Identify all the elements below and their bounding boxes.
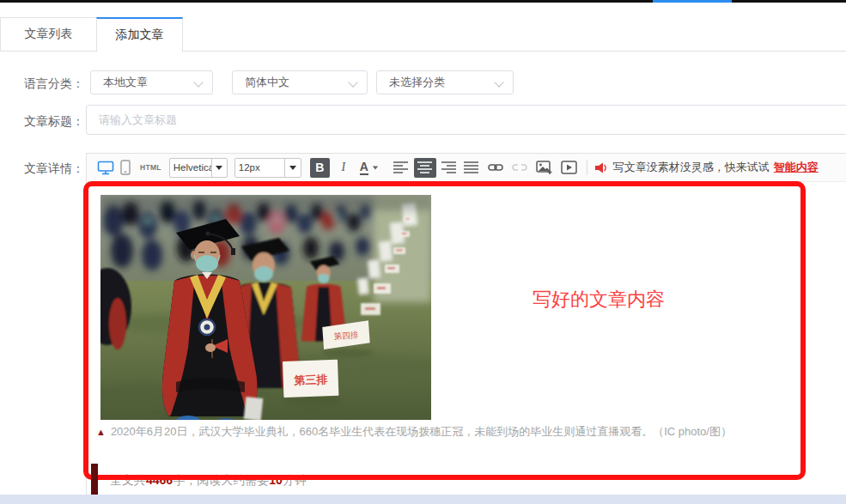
dropdown-caret	[284, 159, 300, 177]
desktop-preview-button[interactable]	[97, 157, 114, 178]
article-editor-page: 文章列表 添加文章 语言分类： 本地文章 简体中文 未选择分类 文章标题： 文章…	[0, 0, 846, 504]
font-family-dropdown[interactable]: Helvetica Neue	[169, 158, 228, 178]
remove-link-button[interactable]	[510, 157, 529, 178]
font-size-value: 12px	[235, 162, 285, 173]
select-article-source[interactable]: 本地文章	[90, 70, 213, 94]
unlink-icon	[512, 162, 527, 173]
align-center-icon	[417, 161, 432, 173]
select-language-value: 简体中文	[245, 75, 289, 90]
align-right-icon	[441, 161, 456, 173]
select-category-value: 未选择分类	[389, 75, 445, 90]
wordcount-line: 全文共4466字，阅读大约需要10分钟	[110, 473, 307, 489]
insert-video-button[interactable]	[559, 157, 580, 178]
font-color-button[interactable]: A	[357, 157, 381, 178]
italic-button[interactable]: I	[335, 157, 352, 178]
html-source-button[interactable]: HTML	[140, 163, 161, 172]
horizontal-scrollbar[interactable]	[0, 495, 846, 504]
top-edge-progress-segment	[653, 0, 732, 3]
dropdown-caret	[211, 159, 227, 177]
image-caption: ▲2020年6月20日，武汉大学毕业典礼，660名毕业生代表在现场拨穗正冠，未能…	[96, 424, 766, 440]
image-icon	[536, 161, 552, 174]
caption-triangle-marker: ▲	[96, 427, 106, 437]
svg-text:第四排: 第四排	[333, 330, 358, 341]
promo-text: 写文章没素材没灵感，快来试试	[613, 160, 770, 175]
justify-icon	[464, 161, 478, 173]
bold-button[interactable]: B	[310, 158, 330, 178]
link-icon	[488, 162, 503, 173]
select-article-source-value: 本地文章	[103, 75, 148, 90]
language-category-label: 语言分类：	[24, 76, 84, 92]
chevron-down-icon	[193, 77, 203, 87]
font-family-value: Helvetica Neue	[170, 162, 211, 173]
svg-text:第三排: 第三排	[293, 373, 327, 386]
font-color-letter: A	[360, 161, 368, 175]
mobile-icon	[120, 160, 131, 175]
video-icon	[561, 161, 577, 174]
tab-add-article-label: 添加文章	[116, 27, 164, 43]
font-size-dropdown[interactable]: 12px	[234, 158, 301, 178]
article-detail-label: 文章详情：	[24, 161, 84, 177]
megaphone-icon	[594, 161, 607, 174]
align-right-button[interactable]	[440, 157, 459, 178]
monitor-icon	[97, 161, 114, 175]
insert-link-button[interactable]	[486, 157, 505, 178]
article-title-label: 文章标题：	[24, 114, 84, 130]
article-title-input[interactable]	[86, 105, 846, 135]
row-sign-3: 第三排	[283, 360, 338, 398]
tab-add-article[interactable]: 添加文章	[96, 17, 183, 52]
caret-down-icon	[373, 166, 378, 169]
annotation-label: 写好的文章内容	[533, 287, 665, 313]
align-left-icon	[393, 161, 408, 173]
wordcount-suffix: 分钟	[283, 473, 307, 487]
select-category[interactable]: 未选择分类	[376, 70, 514, 94]
mobile-preview-button[interactable]	[120, 157, 131, 178]
wordcount-prefix: 全文共	[110, 473, 146, 487]
tab-article-list[interactable]: 文章列表	[0, 17, 97, 51]
wordcount-minutes: 10	[269, 473, 283, 487]
graduation-photo: 第四排 第三排	[100, 195, 431, 420]
insert-image-button[interactable]	[534, 157, 555, 178]
wordcount-middle: 字，阅读大约需要	[173, 473, 269, 487]
toolbar-separator	[587, 160, 587, 175]
caption-text: 2020年6月20日，武汉大学毕业典礼，660名毕业生代表在现场拨穗正冠，未能到…	[111, 425, 732, 438]
chevron-down-icon	[348, 77, 357, 87]
justify-button[interactable]	[462, 157, 481, 178]
chevron-down-icon	[494, 77, 503, 87]
align-center-button[interactable]	[414, 158, 436, 178]
article-image[interactable]: 第四排 第三排	[100, 195, 431, 420]
align-left-button[interactable]	[392, 157, 411, 178]
select-language[interactable]: 简体中文	[232, 70, 368, 94]
smart-content-link[interactable]: 智能内容	[774, 160, 819, 175]
editor-toolbar: HTML Helvetica Neue 12px B I A	[87, 154, 846, 182]
tab-article-list-label: 文章列表	[25, 27, 73, 42]
wordcount-chars: 4466	[146, 473, 173, 487]
